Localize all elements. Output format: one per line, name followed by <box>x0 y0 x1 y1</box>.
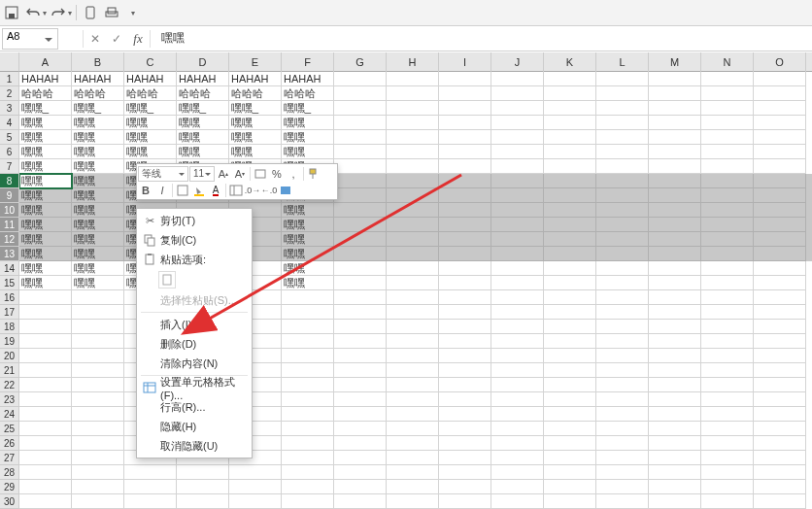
cell[interactable]: 哈哈哈 <box>177 86 229 101</box>
cell[interactable] <box>334 363 387 378</box>
cell[interactable] <box>19 451 72 465</box>
cell[interactable] <box>439 145 491 159</box>
cell[interactable] <box>649 218 701 232</box>
conditional-format-icon[interactable] <box>278 183 293 198</box>
cell[interactable] <box>439 86 491 101</box>
row-header[interactable]: 29 <box>0 480 18 494</box>
cell[interactable] <box>387 218 439 232</box>
row-header[interactable]: 28 <box>0 465 18 480</box>
paste-keep-source-icon[interactable] <box>158 271 176 288</box>
cell[interactable] <box>387 363 439 378</box>
cell[interactable] <box>334 261 387 276</box>
cell[interactable] <box>334 218 387 232</box>
cell[interactable] <box>754 247 806 261</box>
cell[interactable]: 哈哈哈 <box>124 86 177 101</box>
cell[interactable] <box>387 290 439 305</box>
cell[interactable] <box>334 290 387 305</box>
cell[interactable] <box>754 261 806 276</box>
row-header[interactable]: 20 <box>0 349 18 363</box>
row-header[interactable]: 1 <box>0 72 18 86</box>
cell[interactable] <box>544 261 596 276</box>
cell[interactable] <box>491 378 544 392</box>
cell[interactable] <box>649 188 701 203</box>
cell[interactable]: 嘿嘿_ <box>282 101 334 116</box>
cell[interactable] <box>596 247 649 261</box>
cell[interactable] <box>177 465 229 480</box>
cell[interactable] <box>544 334 596 349</box>
row-header[interactable]: 18 <box>0 320 18 334</box>
table-row[interactable]: HAHAHHAHAHHAHAHHAHAHHAHAHHAHAH <box>19 72 812 86</box>
row-header[interactable]: 14 <box>0 261 18 276</box>
cell[interactable]: 嘿嘿 <box>19 130 72 145</box>
cell[interactable]: 嘿嘿 <box>72 145 124 159</box>
cell[interactable]: 嘿嘿 <box>282 145 334 159</box>
cell[interactable] <box>701 451 754 465</box>
cell[interactable] <box>19 436 72 451</box>
cell[interactable] <box>754 407 806 422</box>
cell[interactable]: 嘿嘿 <box>72 276 124 290</box>
cell[interactable] <box>439 392 491 407</box>
redo-dropdown-icon[interactable]: ▾ <box>68 9 72 17</box>
cell[interactable] <box>387 392 439 407</box>
cell[interactable] <box>19 422 72 436</box>
row-header[interactable]: 2 <box>0 86 18 101</box>
cell[interactable] <box>701 130 754 145</box>
cell[interactable] <box>439 378 491 392</box>
cell[interactable]: HAHAH <box>177 72 229 86</box>
cell[interactable] <box>649 174 701 188</box>
cell[interactable] <box>72 305 124 320</box>
cell[interactable]: 嘿嘿 <box>19 218 72 232</box>
cell[interactable] <box>701 174 754 188</box>
cell[interactable] <box>649 261 701 276</box>
cell[interactable] <box>334 72 387 86</box>
cell[interactable]: 嘿嘿 <box>282 203 334 218</box>
cell[interactable] <box>334 247 387 261</box>
format-painter-icon[interactable] <box>306 166 321 182</box>
cell[interactable]: 哈哈哈 <box>282 86 334 101</box>
table-row[interactable] <box>19 465 812 480</box>
cell[interactable] <box>649 116 701 130</box>
cell[interactable] <box>754 436 806 451</box>
cell[interactable] <box>334 407 387 422</box>
cell[interactable] <box>596 320 649 334</box>
cell[interactable] <box>701 232 754 247</box>
cell[interactable] <box>439 159 491 174</box>
cell[interactable] <box>439 436 491 451</box>
cell[interactable]: 嘿嘿 <box>177 116 229 130</box>
cell[interactable] <box>439 407 491 422</box>
column-header[interactable]: I <box>439 52 491 72</box>
cell[interactable] <box>649 232 701 247</box>
cell[interactable] <box>701 159 754 174</box>
cell[interactable] <box>649 86 701 101</box>
row-header[interactable]: 17 <box>0 305 18 320</box>
cell[interactable] <box>491 188 544 203</box>
cell[interactable]: 嘿嘿 <box>229 130 282 145</box>
cell[interactable]: 嘿嘿 <box>72 116 124 130</box>
cell[interactable] <box>544 72 596 86</box>
menu-clear-contents[interactable]: 清除内容(N) <box>137 354 252 373</box>
cell[interactable]: 嘿嘿 <box>124 145 177 159</box>
confirm-formula-button[interactable]: ✓ <box>106 28 127 50</box>
cell[interactable] <box>19 465 72 480</box>
cell[interactable] <box>282 451 334 465</box>
cell[interactable] <box>596 305 649 320</box>
cell[interactable] <box>754 188 806 203</box>
cell[interactable] <box>754 480 806 494</box>
cell[interactable]: HAHAH <box>19 72 72 86</box>
cell[interactable]: 嘿嘿_ <box>19 101 72 116</box>
cell[interactable] <box>282 422 334 436</box>
cell[interactable] <box>649 494 701 509</box>
cell[interactable] <box>491 480 544 494</box>
cell[interactable] <box>334 203 387 218</box>
formula-input[interactable]: 嘿嘿 <box>152 27 812 50</box>
cell[interactable] <box>544 494 596 509</box>
cell[interactable] <box>282 494 334 509</box>
cell[interactable] <box>596 72 649 86</box>
cell[interactable] <box>19 392 72 407</box>
cell[interactable] <box>439 247 491 261</box>
cell[interactable] <box>439 451 491 465</box>
cell[interactable] <box>334 116 387 130</box>
cell[interactable] <box>124 480 177 494</box>
cell[interactable] <box>439 174 491 188</box>
border-button[interactable] <box>175 183 190 198</box>
